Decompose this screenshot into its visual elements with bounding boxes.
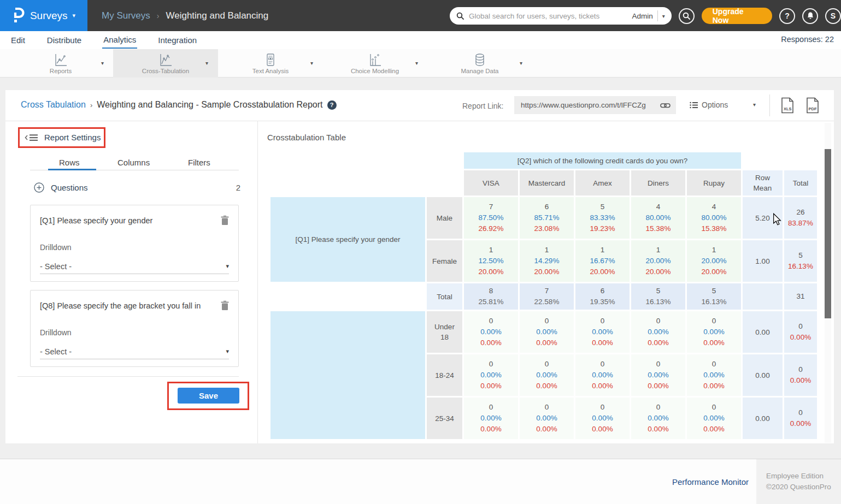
divider bbox=[657, 10, 658, 21]
svg-text:PDF: PDF bbox=[809, 106, 817, 111]
nav-tab-analytics[interactable]: Analytics bbox=[102, 32, 137, 49]
search-submit-button[interactable] bbox=[679, 8, 695, 24]
drilldown-select[interactable]: - Select - ▾ bbox=[40, 344, 229, 359]
top-header: Surveys ▾ My Surveys › Weighting and Bal… bbox=[0, 0, 841, 31]
choice-modelling-caret-icon[interactable]: ▾ bbox=[415, 60, 418, 66]
pdf-file-icon: PDF bbox=[805, 97, 820, 114]
row-total-cell: 00.00% bbox=[784, 311, 817, 353]
search-scope-selector[interactable]: Admin bbox=[632, 12, 652, 20]
cross-tabulation-breadcrumb-link[interactable]: Cross Tabulation bbox=[21, 100, 86, 110]
options-button[interactable]: Options bbox=[690, 100, 728, 109]
report-link-label: Report Link: bbox=[462, 102, 503, 110]
export-xls-button[interactable]: XLS bbox=[780, 97, 795, 114]
export-pdf-button[interactable]: PDF bbox=[805, 97, 820, 114]
questionpro-logo-icon bbox=[12, 7, 25, 25]
toolbar-cross-tabulation[interactable]: Cross-Tabulation bbox=[113, 49, 218, 78]
product-switcher[interactable]: Surveys ▾ bbox=[0, 0, 87, 31]
breadcrumb-my-surveys[interactable]: My Surveys bbox=[102, 10, 150, 21]
drilldown-select-value: - Select - bbox=[40, 347, 72, 356]
user-avatar[interactable]: S bbox=[825, 8, 841, 24]
search-input[interactable] bbox=[469, 12, 627, 20]
scrollbar-thumb[interactable] bbox=[825, 149, 831, 318]
options-caret-icon[interactable]: ▾ bbox=[753, 102, 756, 108]
edition-info: Employee Edition ©2020 QuestionPro bbox=[756, 459, 841, 504]
tab-columns[interactable]: Columns bbox=[117, 158, 150, 167]
line-chart-icon bbox=[158, 53, 173, 67]
report-link-field[interactable]: https://www.questionpro.com/t/lFFCZg bbox=[514, 96, 676, 114]
column-header: Mastercard bbox=[520, 170, 574, 195]
add-question-icon[interactable] bbox=[34, 182, 44, 193]
row-total-cell: 00.00% bbox=[784, 398, 817, 439]
search-scope-caret-icon[interactable]: ▾ bbox=[662, 13, 665, 19]
row-header: Female bbox=[427, 240, 462, 282]
crosstab-cell: 00.00%0.00% bbox=[687, 398, 741, 439]
questions-count: 2 bbox=[236, 183, 240, 192]
nav-tab-integration[interactable]: Integration bbox=[157, 33, 198, 48]
crosstab-cell: 480.00%15.38% bbox=[687, 197, 741, 239]
crosstab-cell: 00.00%0.00% bbox=[464, 311, 518, 353]
trash-icon[interactable] bbox=[220, 215, 230, 226]
row-mean-cell: 5.20 bbox=[743, 197, 783, 239]
toolbar-text-analysis[interactable]: Text Analysis bbox=[218, 49, 323, 78]
report-link-url[interactable]: https://www.questionpro.com/t/lFFCZg bbox=[521, 101, 656, 109]
help-button[interactable]: ? bbox=[779, 8, 795, 24]
report-settings-label: Report Settings bbox=[44, 133, 101, 142]
crosstab-cell: 00.00%0.00% bbox=[687, 354, 741, 396]
crosstab-cell: 00.00%0.00% bbox=[575, 398, 630, 439]
text-document-icon bbox=[263, 53, 278, 67]
toolbar-reports[interactable]: Reports bbox=[8, 49, 113, 78]
cross-tabulation-caret-icon[interactable]: ▾ bbox=[205, 60, 208, 66]
bell-icon bbox=[806, 11, 815, 20]
crosstab-table: [Q2] which of the following credit cards… bbox=[269, 151, 819, 441]
manage-data-caret-icon[interactable]: ▾ bbox=[520, 60, 522, 66]
toolbar-label: Manage Data bbox=[461, 68, 498, 74]
tab-rows[interactable]: Rows bbox=[59, 158, 80, 167]
link-icon[interactable] bbox=[660, 101, 671, 110]
crosstab-cell: 00.00%0.00% bbox=[575, 311, 630, 353]
report-help-icon[interactable]: ? bbox=[327, 100, 337, 110]
row-header: 18-24 bbox=[427, 354, 462, 396]
scatter-chart-icon bbox=[368, 53, 382, 67]
nav-tab-edit[interactable]: Edit bbox=[10, 33, 26, 48]
crosstab-cell: 116.67%20.00% bbox=[575, 240, 630, 282]
grand-total-cell: 31 bbox=[784, 283, 817, 310]
crosstab-title: Crosstabulation Table bbox=[267, 133, 346, 142]
crosstab-cell: 00.00%0.00% bbox=[520, 354, 574, 396]
toolbar-manage-data[interactable]: Manage Data bbox=[427, 49, 532, 78]
chevron-down-icon: ▾ bbox=[226, 263, 229, 270]
row-mean-cell: 0.00 bbox=[743, 311, 783, 353]
page-footer: Performance Monitor Employee Edition ©20… bbox=[0, 459, 841, 504]
global-search[interactable]: Admin ▾ bbox=[450, 7, 672, 25]
header-actions: Admin ▾ Upgrade Now ? S bbox=[450, 7, 841, 25]
row-header: Male bbox=[427, 197, 462, 239]
performance-monitor-link[interactable]: Performance Monitor bbox=[672, 477, 749, 487]
report-settings-button[interactable]: Report Settings bbox=[25, 133, 101, 142]
tab-filters[interactable]: Filters bbox=[188, 158, 210, 167]
text-analysis-caret-icon[interactable]: ▾ bbox=[310, 60, 313, 66]
question-label: [Q8] Please specify the age bracket you … bbox=[40, 301, 211, 310]
upgrade-now-button[interactable]: Upgrade Now bbox=[702, 8, 772, 24]
questions-label: Questions bbox=[51, 183, 88, 192]
list-icon bbox=[690, 102, 698, 109]
drilldown-label: Drilldown bbox=[40, 243, 72, 252]
trash-icon[interactable] bbox=[220, 300, 230, 311]
toolbar-choice-modelling[interactable]: Choice Modelling bbox=[322, 49, 427, 78]
row-mean-cell: 0.00 bbox=[743, 398, 783, 439]
edition-line: Employee Edition bbox=[766, 471, 841, 482]
column-header: Amex bbox=[575, 170, 630, 195]
crosstab-cell: 00.00%0.00% bbox=[631, 311, 685, 353]
crosstab-cell: 00.00%0.00% bbox=[631, 354, 685, 396]
row-total-cell: 2683.87% bbox=[784, 197, 817, 239]
report-title: Weighting and Balancing - Sample Crossta… bbox=[97, 100, 322, 110]
notifications-button[interactable] bbox=[802, 8, 818, 24]
reports-caret-icon[interactable]: ▾ bbox=[101, 60, 104, 66]
total-column-header: Total bbox=[784, 170, 817, 195]
crosstab-cell: 00.00%0.00% bbox=[520, 398, 574, 439]
toolbar-label: Reports bbox=[50, 68, 72, 74]
drilldown-select[interactable]: - Select - ▾ bbox=[40, 259, 229, 274]
column-header: Diners bbox=[631, 170, 685, 195]
xls-file-icon: XLS bbox=[780, 97, 795, 114]
nav-tab-distribute[interactable]: Distribute bbox=[46, 33, 83, 48]
save-button[interactable]: Save bbox=[178, 388, 239, 404]
total-cell: 722.58% bbox=[520, 283, 574, 310]
